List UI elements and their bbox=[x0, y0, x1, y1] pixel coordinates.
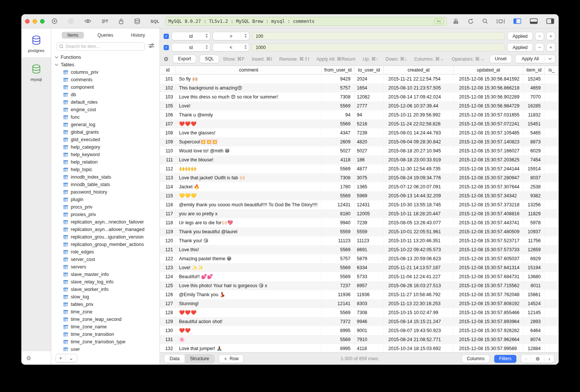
settings-gear-icon[interactable]: ⚙ bbox=[26, 355, 31, 361]
cell-comment[interactable]: So fly 🙌🏼 bbox=[176, 75, 322, 83]
cell-created_at[interactable]: 2015-08-14 15:15:21.247 bbox=[384, 317, 454, 326]
table-row[interactable]: 120Thank you! 😘11123111232015-10-11 13:2… bbox=[160, 236, 559, 245]
column-header[interactable]: id bbox=[160, 66, 176, 74]
cell-id[interactable]: 127 bbox=[160, 299, 176, 308]
table-row[interactable]: 118Ur legs are to die for🙌🏻💖994072392015… bbox=[160, 218, 559, 227]
tree-group-tables[interactable]: Tables bbox=[55, 61, 160, 69]
cell-id[interactable]: 108 bbox=[160, 128, 176, 137]
table-row[interactable]: 117you are so pretty x8180120052015-10-1… bbox=[160, 209, 559, 218]
cell-created_at[interactable]: 2015-11-21 22:12:54.754 bbox=[384, 75, 454, 83]
cell-from_user_id[interactable]: 5559 bbox=[322, 227, 355, 236]
cell-from_user_id[interactable]: 7237 bbox=[322, 281, 355, 290]
cell-updated_at[interactable]: 2015-12-08 15:30:57.641314 bbox=[454, 263, 523, 272]
cell-created_at[interactable]: 2015-07-12 06:20:07.091 bbox=[384, 182, 454, 191]
cell-is_[interactable] bbox=[545, 326, 559, 335]
sidebar-item-table[interactable]: default_roles bbox=[55, 98, 160, 106]
cell-from_user_id[interactable]: 8995 bbox=[322, 344, 355, 352]
cell-is_[interactable] bbox=[545, 272, 559, 281]
lock-icon[interactable] bbox=[118, 18, 124, 24]
cell-created_at[interactable]: 2015-10-22 09:42:05.573 bbox=[384, 245, 454, 254]
cell-from_user_id[interactable]: 5569 bbox=[322, 308, 355, 317]
cell-comment[interactable]: Love that jumper! 🙏🏾 bbox=[176, 344, 322, 352]
cell-to_user_id[interactable]: 7308 bbox=[355, 308, 384, 317]
cell-created_at[interactable]: 2015-08-10 21:23:57.505 bbox=[384, 83, 454, 92]
cell-to_user_id[interactable]: 2777 bbox=[355, 101, 384, 110]
cell-item_id[interactable]: 8074 bbox=[523, 335, 545, 344]
cell-comment[interactable]: Love the glasses! bbox=[176, 128, 322, 137]
cell-to_user_id[interactable]: 3075 bbox=[355, 173, 384, 182]
cell-to_user_id[interactable]: 4877 bbox=[355, 164, 384, 173]
cell-comment[interactable]: @emily thank you soooo much beautiful!!!… bbox=[176, 200, 322, 209]
cell-updated_at[interactable]: 2015-12-08 15:30:57.808192 bbox=[454, 299, 523, 308]
item-search-input[interactable]: Search for item... bbox=[56, 42, 145, 51]
cell-is_[interactable] bbox=[545, 83, 559, 92]
cell-from_user_id[interactable]: 7372 bbox=[322, 317, 355, 326]
sidebar-item-table[interactable]: general_log bbox=[55, 121, 160, 128]
cell-is_[interactable] bbox=[545, 119, 559, 128]
cell-to_user_id[interactable]: 12005 bbox=[355, 209, 384, 218]
cell-to_user_id[interactable]: 12431 bbox=[355, 200, 384, 209]
cell-created_at[interactable]: 2015-08-26 16:03:27.513 bbox=[384, 281, 454, 290]
cell-comment[interactable]: Thank u @emily bbox=[176, 110, 322, 119]
cell-from_user_id[interactable]: 2609 bbox=[322, 137, 355, 146]
sidebar-item-table[interactable]: replication_grou...iguration_version bbox=[55, 233, 160, 241]
cell-id[interactable]: 118 bbox=[160, 218, 176, 227]
sidebar-item-table[interactable]: role_edges bbox=[55, 248, 160, 256]
cell-updated_at[interactable]: 2015-12-08 15:30:57.307644 bbox=[454, 182, 523, 191]
table-row[interactable]: 126@Emily Thank you 💃🏽11936119362015-11-… bbox=[160, 290, 559, 299]
cell-from_user_id[interactable]: 4347 bbox=[322, 128, 355, 137]
cell-from_user_id[interactable]: 9429 bbox=[322, 75, 355, 83]
cell-item_id[interactable]: 14524 bbox=[523, 299, 545, 308]
cell-id[interactable]: 122 bbox=[160, 254, 176, 263]
cell-is_[interactable] bbox=[545, 146, 559, 155]
cell-comment[interactable]: Thank you! 😘 bbox=[176, 236, 322, 245]
cell-item_id[interactable]: 15661 bbox=[523, 290, 545, 299]
table-row[interactable]: 131🌸556979102015-08-24 21:08:52.7712015-… bbox=[160, 335, 559, 344]
sidebar-item-table[interactable]: time_zone_name bbox=[55, 323, 160, 331]
cell-to_user_id[interactable]: 6334 bbox=[355, 263, 384, 272]
cell-comment[interactable]: Love that jacket! Outfit is fab 🙌🏻 bbox=[176, 173, 322, 182]
cell-is_[interactable] bbox=[545, 164, 559, 173]
column-header[interactable]: item_id bbox=[523, 66, 545, 74]
cell-comment[interactable]: Thank you beautiful @laurel bbox=[176, 227, 322, 236]
cell-updated_at[interactable]: 2015-12-08 15:30:57.166027 bbox=[454, 146, 523, 155]
sidebar-item-table[interactable]: innodb_table_stats bbox=[55, 181, 160, 188]
cell-to_user_id[interactable]: 5559 bbox=[355, 227, 384, 236]
cell-id[interactable]: 111 bbox=[160, 155, 176, 164]
cell-comment[interactable]: Love! bbox=[176, 101, 322, 110]
cell-item_id[interactable]: 8011 bbox=[523, 281, 545, 290]
cell-id[interactable]: 102 bbox=[160, 83, 176, 92]
sidebar-item-table[interactable]: gtid_executed bbox=[55, 136, 160, 143]
cell-created_at[interactable]: 2015-11-27 10:58:46.792 bbox=[384, 290, 454, 299]
cell-created_at[interactable]: 2015-08-01 14:24:44.783 bbox=[384, 128, 454, 137]
cell-created_at[interactable]: 2015-08-14 17:09:42.024 bbox=[384, 92, 454, 101]
cell-item_id[interactable]: 9382 bbox=[523, 191, 545, 200]
cell-is_[interactable] bbox=[545, 245, 559, 254]
table-row[interactable]: 116@emily thank you soooo much beautiful… bbox=[160, 200, 559, 209]
cell-updated_at[interactable]: 2015-12-08 15:30:57.523717 bbox=[454, 236, 523, 245]
table-row[interactable]: 112🙌🙌🙌556948772015-11-30 12:54:49.735201… bbox=[160, 164, 559, 173]
cell-updated_at[interactable]: 2015-12-08 15:30:57.893964 bbox=[454, 317, 523, 326]
cell-from_user_id[interactable]: 8180 bbox=[322, 209, 355, 218]
sql-editor-icon[interactable]: SQL bbox=[151, 19, 160, 24]
analytics-icon[interactable] bbox=[453, 18, 459, 24]
sidebar-item-table[interactable]: slave_master_info bbox=[55, 271, 160, 278]
cell-id[interactable]: 117 bbox=[160, 209, 176, 218]
cell-is_[interactable] bbox=[545, 218, 559, 227]
sidebar-item-table[interactable]: component bbox=[55, 83, 160, 91]
table-row[interactable]: 121Love this!556986912015-10-22 09:42:05… bbox=[160, 245, 559, 254]
cell-id[interactable]: 124 bbox=[160, 272, 176, 281]
sidebar-item-table[interactable]: db bbox=[55, 91, 160, 98]
cell-id[interactable]: 110 bbox=[160, 146, 176, 155]
cell-item_id[interactable]: 5978 bbox=[523, 218, 545, 227]
cell-to_user_id[interactable]: 5216 bbox=[355, 119, 384, 128]
sidebar-item-table[interactable]: help_relation bbox=[55, 158, 160, 166]
cell-comment[interactable]: Beautiful action shot! bbox=[176, 317, 322, 326]
cell-updated_at[interactable]: 2015-12-08 15:30:57.684731 bbox=[454, 272, 523, 281]
cell-is_[interactable] bbox=[545, 281, 559, 290]
cell-comment[interactable]: Would love to! @mith 😁 bbox=[176, 146, 322, 155]
disconnect-icon[interactable] bbox=[68, 18, 74, 24]
filter-enabled-checkbox[interactable]: ✓ bbox=[164, 34, 169, 39]
cell-from_user_id[interactable]: 11123 bbox=[322, 236, 355, 245]
center-layout-icon[interactable] bbox=[497, 19, 505, 24]
